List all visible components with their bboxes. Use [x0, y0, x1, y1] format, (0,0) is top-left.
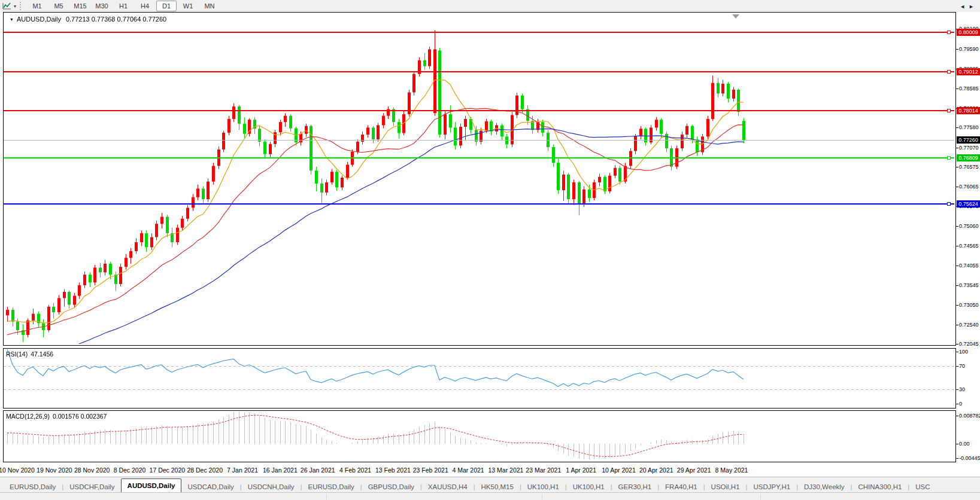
- chart-tab-dj30-weekly[interactable]: DJ30,Weekly: [798, 481, 851, 493]
- price-tick-label: 0.72045: [959, 341, 979, 347]
- chart-tab-bar: EURUSD,Daily|USDCHF,DailyAUDUSD,DailyUSD…: [0, 477, 980, 493]
- chart-tab-eurusd-daily[interactable]: EURUSD,Daily: [4, 481, 62, 493]
- chart-title-marker-icon[interactable]: ▼: [10, 17, 14, 22]
- chart-tab-uk100-h1[interactable]: UK100,H1: [521, 481, 565, 493]
- chart-tab-usc[interactable]: USC: [909, 481, 936, 493]
- price-tick-mark: [956, 266, 958, 266]
- chart-line-icon[interactable]: [2, 1, 13, 11]
- price-tick-mark: [956, 49, 958, 50]
- chart-tab-usoil-h1[interactable]: USOil,H1: [705, 481, 746, 493]
- date-tick-label: 29 Apr 2021: [677, 467, 711, 474]
- chart-tab-fra40-h1[interactable]: FRA40,H1: [659, 481, 703, 493]
- chart-tab-china300-h1[interactable]: CHINA300,H1: [852, 481, 908, 493]
- chart-title: ▼AUDUSD,Daily0.77213 0.77368 0.77064 0.7…: [10, 16, 166, 23]
- status-separator: [326, 494, 327, 499]
- date-tick-label: 26 Jan 2021: [301, 467, 335, 474]
- date-tick-label: 8 May 2021: [715, 467, 748, 474]
- rsi-tick-label: 100: [959, 349, 968, 355]
- price-chart-canvas[interactable]: [4, 13, 954, 344]
- rsi-tick-mark: [956, 404, 958, 404]
- status-bar: [0, 492, 980, 500]
- date-tick-label: 17 Dec 2020: [150, 467, 186, 474]
- timeframe-button-m15[interactable]: M15: [70, 1, 90, 11]
- price-tick-label: 0.78585: [959, 86, 979, 92]
- chart-scroll-position-icon[interactable]: [732, 14, 739, 19]
- status-separator: [542, 494, 542, 499]
- timeframe-button-m1[interactable]: M1: [27, 1, 47, 11]
- date-tick-label: 28 Dec 2020: [187, 467, 223, 474]
- tab-scroll-right-icon[interactable]: ►: [969, 4, 978, 10]
- tab-scroll-left-icon[interactable]: ◄: [960, 4, 969, 10]
- macd-tick-mark: [956, 416, 958, 416]
- timeframe-button-d1[interactable]: D1: [156, 1, 177, 11]
- price-level-badge: 0.79012: [957, 68, 980, 75]
- time-axis[interactable]: 10 Nov 202019 Nov 202028 Nov 20208 Dec 2…: [3, 462, 956, 477]
- macd-tick-mark: [956, 444, 958, 444]
- price-axis[interactable]: 0.801000.795900.790850.785850.780800.775…: [956, 12, 980, 477]
- chart-tab-uk100-h1[interactable]: UK100,H1: [567, 481, 611, 493]
- rsi-tick-label: 0: [959, 401, 962, 407]
- rsi-canvas[interactable]: [4, 349, 954, 407]
- date-tick-label: 20 Apr 2021: [639, 467, 673, 474]
- timeframe-button-m5[interactable]: M5: [48, 1, 69, 11]
- price-chart-panel: ▼AUDUSD,Daily0.77213 0.77368 0.77064 0.7…: [3, 12, 956, 346]
- rsi-tick-mark: [956, 366, 958, 367]
- price-tick-label: 0.77070: [959, 145, 979, 151]
- timeframe-button-h4[interactable]: H4: [135, 1, 155, 11]
- date-tick-label: 13 Feb 2021: [375, 467, 411, 474]
- price-tick-mark: [956, 187, 958, 187]
- rsi-tick-label: 30: [959, 386, 965, 392]
- timeframe-button-w1[interactable]: W1: [178, 1, 198, 11]
- date-tick-label: 19 Nov 2020: [37, 467, 72, 474]
- price-tick-label: 0.75060: [959, 223, 979, 229]
- chart-tab-hk50-m15[interactable]: HK50,M15: [475, 481, 520, 493]
- timeframe-button-h1[interactable]: H1: [113, 1, 134, 11]
- price-tick-mark: [956, 246, 958, 246]
- rsi-value: 47.1456: [31, 350, 53, 358]
- date-tick-label: 13 Mar 2021: [488, 467, 523, 474]
- date-tick-label: 4 Feb 2021: [339, 467, 371, 474]
- rsi-tick-mark: [956, 352, 958, 352]
- price-level-badge: 0.76809: [957, 154, 980, 161]
- chart-tab-usdcad-daily[interactable]: USDCAD,Daily: [181, 481, 239, 493]
- timeframe-button-m30[interactable]: M30: [92, 1, 112, 11]
- macd-values: 0.001576 0.002367: [53, 413, 107, 420]
- macd-tick-label: -0.00445: [959, 455, 980, 461]
- date-tick-label: 10 Nov 2020: [0, 467, 35, 474]
- date-tick-label: 10 Apr 2021: [602, 467, 636, 474]
- price-tick-label: 0.77580: [959, 124, 979, 130]
- chart-tab-xauusd-h4[interactable]: XAUUSD,H4: [422, 481, 474, 493]
- chart-tab-ger30-h1[interactable]: GER30,H1: [612, 481, 658, 493]
- macd-canvas[interactable]: [4, 411, 954, 461]
- price-tick-label: 0.74055: [959, 263, 979, 269]
- rsi-label: RSI(14)47.1456: [6, 350, 53, 358]
- status-separator: [760, 494, 761, 499]
- macd-panel: MACD(12,26,9)0.001576 0.002367: [3, 410, 956, 462]
- price-level-badge: 0.80009: [957, 29, 980, 36]
- price-tick-mark: [956, 226, 958, 227]
- top-toolbar: ▾ M1M5M15M30H1H4D1W1MN: [0, 0, 980, 13]
- price-tick-mark: [956, 148, 958, 148]
- date-tick-label: 23 Feb 2021: [413, 467, 448, 474]
- date-tick-label: 4 Mar 2021: [453, 467, 484, 474]
- toolbar-grip[interactable]: [20, 2, 23, 10]
- date-tick-label: 23 Mar 2021: [526, 467, 561, 474]
- timeframe-button-mn[interactable]: MN: [199, 1, 220, 11]
- price-tick-label: 0.76065: [959, 184, 979, 190]
- chart-tab-usdchf-daily[interactable]: USDCHF,Daily: [63, 481, 120, 493]
- price-tick-mark: [956, 127, 958, 128]
- price-tick-mark: [956, 305, 958, 306]
- macd-tick-label: 0.00: [959, 441, 970, 447]
- tab-scroll-arrows: ◄►: [960, 4, 978, 10]
- price-tick-label: 0.79590: [959, 46, 979, 52]
- chart-window: ▼AUDUSD,Daily0.77213 0.77368 0.77064 0.7…: [0, 12, 980, 477]
- chart-tab-usdjpy-h1[interactable]: USDJPY,H1: [747, 481, 796, 493]
- price-level-badge: 0.78014: [957, 107, 980, 114]
- price-tick-mark: [956, 325, 958, 325]
- chart-tab-audusd-daily[interactable]: AUDUSD,Daily: [121, 478, 182, 493]
- chevron-down-icon[interactable]: ▾: [14, 4, 16, 9]
- price-tick-label: 0.73545: [959, 282, 979, 288]
- chart-tab-eurusd-daily[interactable]: EURUSD,Daily: [302, 481, 360, 493]
- chart-tab-usdcnh-daily[interactable]: USDCNH,Daily: [242, 481, 301, 493]
- chart-tab-gbpusd-daily[interactable]: GBPUSD,Daily: [362, 481, 420, 493]
